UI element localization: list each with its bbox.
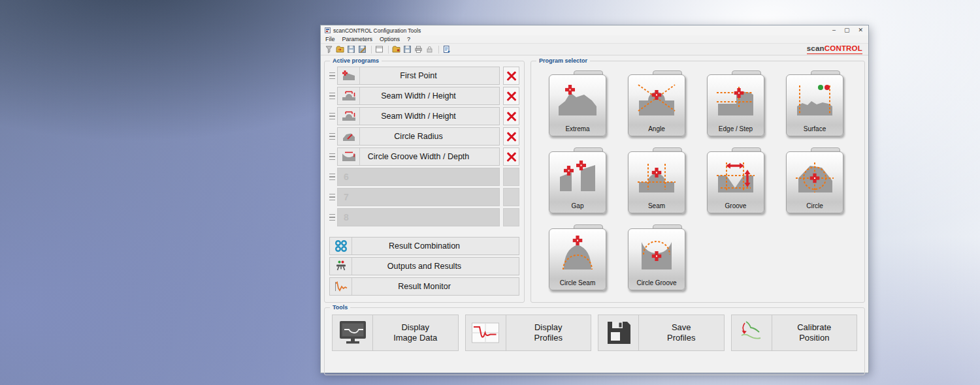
first-point-icon	[338, 67, 360, 84]
window-icon[interactable]	[374, 45, 384, 54]
program-button[interactable]: First Point	[337, 67, 500, 85]
menu-file[interactable]: File	[325, 36, 335, 42]
slot-number: 6	[338, 172, 349, 182]
tile-edge-step[interactable]: Edge / Step	[707, 70, 764, 136]
drag-handle-icon[interactable]	[329, 153, 335, 160]
empty-program-slot: 6	[337, 168, 500, 186]
tile-gap[interactable]: Gap	[549, 147, 606, 213]
program-row-circle-radius: Circle Radius	[329, 127, 519, 146]
drag-handle-icon[interactable]	[329, 133, 335, 140]
button-label: Result Monitor	[352, 282, 519, 291]
printer-icon[interactable]	[414, 45, 423, 54]
program-selector-label: Program selector	[536, 57, 590, 65]
tile-extrema[interactable]: Extrema	[549, 70, 606, 136]
button-label: Display Image Data	[373, 322, 458, 343]
desktop-background: scanCONTROL Configuration Tools – ▢ ✕ Fi…	[0, 0, 980, 385]
menu-options[interactable]: Options	[380, 36, 400, 42]
outputs-and-results-button[interactable]: Outputs and Results	[329, 257, 519, 275]
result-combination-icon	[330, 238, 352, 254]
circle-art-icon	[792, 157, 838, 195]
extrema-art-icon	[555, 80, 600, 118]
floppy-icon[interactable]	[346, 45, 356, 54]
display-image-data-button[interactable]: Display Image Data	[332, 315, 459, 351]
tile-groove[interactable]: Groove	[707, 147, 764, 213]
program-label: Circle Radius	[360, 132, 499, 141]
folder-arrow-icon[interactable]	[335, 45, 345, 54]
monitor-icon	[333, 315, 373, 350]
lock-icon[interactable]	[425, 45, 434, 54]
circle-radius-icon	[338, 128, 360, 145]
program-button[interactable]: Seam Width / Height	[337, 107, 500, 125]
menu-help[interactable]: ?	[407, 36, 410, 42]
tile-surface[interactable]: Surface	[786, 70, 843, 136]
remove-program-button[interactable]	[503, 127, 519, 146]
scancontrol-logo: scanCONTROL	[807, 44, 862, 54]
result-combination-button[interactable]: Result Combination	[329, 237, 519, 255]
remove-program-button[interactable]	[503, 87, 519, 105]
tile-seam[interactable]: Seam	[628, 147, 685, 213]
close-button[interactable]: ✕	[858, 27, 863, 33]
circle-groove-icon	[338, 148, 360, 165]
calibrate-position-button[interactable]: Calibrate Position	[731, 315, 858, 351]
tile-circle[interactable]: Circle	[786, 147, 843, 213]
calibrate-curve-icon	[732, 315, 772, 350]
window-title: scanCONTROL Configuration Tools	[333, 27, 832, 34]
tile-label: Circle Groove	[636, 279, 676, 286]
program-button[interactable]: Circle Groove Width / Depth	[337, 147, 500, 166]
tile-label: Surface	[804, 125, 826, 132]
red-x-icon	[506, 131, 517, 142]
remove-program-button[interactable]	[503, 67, 519, 85]
folder-body: Angle	[628, 74, 685, 136]
funnel-icon[interactable]	[324, 45, 334, 54]
drag-handle-icon[interactable]	[329, 214, 335, 221]
empty-program-slot: 7	[337, 188, 500, 206]
tile-label: Edge / Step	[719, 125, 753, 132]
groove-art-icon	[713, 157, 759, 195]
window-content: Active programs First Point	[321, 55, 868, 373]
save-profiles-button[interactable]: Save Profiles	[598, 315, 725, 351]
program-row-empty-8: 8	[329, 208, 519, 226]
folder-body: Groove	[707, 151, 764, 213]
program-row-empty-7: 7	[329, 188, 519, 206]
folder-body: Circle Seam	[549, 228, 606, 290]
remove-program-button-disabled	[503, 168, 519, 186]
tile-angle[interactable]: Angle	[628, 70, 685, 136]
gap-art-icon	[555, 157, 600, 195]
folder-body: Edge / Step	[707, 74, 764, 136]
red-x-icon	[506, 70, 517, 81]
program-button[interactable]: Circle Radius	[337, 127, 500, 146]
display-profiles-button[interactable]: Display Profiles	[465, 315, 592, 351]
program-label: Circle Groove Width / Depth	[360, 152, 499, 161]
floppy-edit-icon[interactable]	[357, 45, 367, 54]
result-monitor-button[interactable]: Result Monitor	[329, 277, 519, 296]
folder-plus-icon[interactable]	[391, 45, 401, 54]
app-icon	[325, 27, 331, 33]
drag-handle-icon[interactable]	[329, 194, 335, 200]
button-label: Result Combination	[352, 241, 519, 251]
remove-program-button[interactable]	[503, 147, 519, 166]
drag-handle-icon[interactable]	[329, 72, 335, 79]
result-monitor-icon	[330, 278, 352, 295]
slot-number: 7	[338, 192, 349, 202]
remove-program-button[interactable]	[503, 107, 519, 125]
program-selector-panel: Program selector Extrema Angle	[531, 61, 865, 303]
seam-icon	[338, 108, 360, 125]
angle-art-icon	[634, 80, 679, 118]
folder-body: Circle	[786, 151, 843, 213]
tools-label: Tools	[330, 304, 350, 311]
tile-circle-groove[interactable]: Circle Groove	[628, 224, 685, 290]
title-bar[interactable]: scanCONTROL Configuration Tools – ▢ ✕	[321, 25, 868, 35]
tile-circle-seam[interactable]: Circle Seam	[549, 224, 606, 290]
floppy2-icon[interactable]	[402, 45, 412, 54]
program-button[interactable]: Seam Width / Height	[337, 87, 500, 105]
program-tiles: Extrema Angle Edge	[549, 70, 843, 290]
circle-seam-art-icon	[555, 234, 600, 272]
drag-handle-icon[interactable]	[329, 174, 335, 180]
minimize-button[interactable]: –	[832, 27, 836, 33]
menu-parameters[interactable]: Parameters	[342, 36, 373, 42]
maximize-button[interactable]: ▢	[844, 27, 850, 33]
document-blue-icon[interactable]	[442, 45, 451, 54]
profile-chart-icon	[466, 315, 506, 350]
drag-handle-icon[interactable]	[329, 93, 335, 99]
drag-handle-icon[interactable]	[329, 113, 335, 119]
